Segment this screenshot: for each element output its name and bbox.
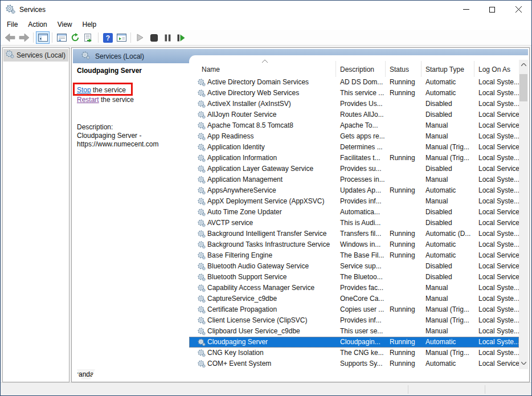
service-gear-icon bbox=[198, 349, 206, 357]
service-gear-icon bbox=[198, 295, 206, 303]
cell-description: This user se... bbox=[336, 326, 386, 337]
service-gear-icon bbox=[198, 176, 206, 184]
cell-description: Facilitates t... bbox=[336, 153, 386, 164]
cell-status: Running bbox=[386, 239, 421, 250]
table-row[interactable]: Capability Access Manager ServiceProvide… bbox=[189, 283, 519, 293]
table-row[interactable]: AppsAnywhereServiceUpdates Ap...RunningA… bbox=[189, 185, 519, 196]
cell-startup-type: Manual bbox=[421, 196, 474, 207]
minimize-button[interactable] bbox=[453, 1, 479, 18]
table-row[interactable]: Active Directory Web ServicesThis servic… bbox=[189, 88, 519, 99]
table-row[interactable]: CaptureService_c9dbeOneCore Ca...ManualL… bbox=[189, 293, 519, 304]
table-row[interactable]: Certificate PropagationCopies user ...Ru… bbox=[189, 304, 519, 315]
help-button[interactable]: ? bbox=[101, 31, 114, 44]
table-row[interactable]: Clipboard User Service_c9dbeThis user se… bbox=[189, 326, 519, 337]
cell-status bbox=[386, 261, 421, 272]
description-line: Cloudpaging Server - bbox=[77, 132, 158, 140]
cell-name: Client License Service (ClipSVC) bbox=[189, 315, 336, 326]
description-label: Description: bbox=[77, 123, 158, 132]
table-row[interactable]: Application ManagementProcesses in...Man… bbox=[189, 174, 519, 185]
svg-text:?: ? bbox=[105, 34, 109, 42]
table-row[interactable]: App ReadinessGets apps re...ManualLocal … bbox=[189, 131, 519, 142]
menu-file[interactable]: File bbox=[2, 19, 23, 30]
cell-description: AD DS Dom... bbox=[336, 77, 386, 88]
cell-name: Apache Tomcat 8.5 Tomcat8 bbox=[189, 120, 336, 131]
scroll-down-button[interactable] bbox=[519, 358, 528, 368]
cell-name: Application Identity bbox=[189, 142, 336, 153]
table-row[interactable]: AVCTP serviceThis is Audi...DisabledLoca… bbox=[189, 218, 519, 228]
column-header-log-on-as[interactable]: Log On As bbox=[474, 61, 519, 77]
forward-button[interactable] bbox=[17, 31, 31, 44]
restart-service-link[interactable]: Restart bbox=[77, 96, 99, 104]
cell-name: Bluetooth Audio Gateway Service bbox=[189, 261, 336, 272]
cell-name: Application Layer Gateway Service bbox=[189, 164, 336, 174]
table-row[interactable]: Apache Tomcat 8.5 Tomcat8Apache To...Man… bbox=[189, 120, 519, 131]
console-tree-icon bbox=[38, 34, 48, 42]
tree-item-services-local[interactable]: Services (Local) bbox=[3, 49, 68, 62]
close-button[interactable] bbox=[505, 1, 531, 18]
scrollbar-thumb[interactable] bbox=[519, 74, 527, 101]
menu-view[interactable]: View bbox=[52, 19, 77, 30]
cell-log-on-as: Local Syste... bbox=[474, 131, 519, 142]
service-gear-icon bbox=[198, 338, 206, 346]
refresh-button[interactable] bbox=[68, 31, 82, 44]
column-header-startup-type[interactable]: Startup Type bbox=[421, 61, 474, 77]
pause-service-button[interactable] bbox=[161, 31, 174, 44]
back-arrow-icon bbox=[5, 34, 15, 42]
console-tree-panel: Services (Local) bbox=[2, 47, 69, 382]
table-row[interactable]: Auto Time Zone UpdaterAutomatica...Disab… bbox=[189, 207, 519, 218]
menu-help[interactable]: Help bbox=[77, 19, 102, 30]
back-button[interactable] bbox=[3, 31, 17, 44]
table-row[interactable]: CNG Key IsolationThe CNG ke...RunningMan… bbox=[189, 348, 519, 358]
show-console-tree-button[interactable] bbox=[36, 31, 50, 44]
table-row[interactable]: AllJoyn Router ServiceRoutes AllJo...Dis… bbox=[189, 109, 519, 120]
table-row[interactable]: Bluetooth Support ServiceThe Bluetoo...D… bbox=[189, 272, 519, 283]
cell-name: Certificate Propagation bbox=[189, 304, 336, 315]
close-icon bbox=[515, 6, 522, 13]
start-service-button[interactable] bbox=[133, 31, 147, 44]
table-row[interactable]: Application IdentityDetermines ...Manual… bbox=[189, 142, 519, 153]
cell-startup-type: Automatic bbox=[421, 337, 474, 348]
cell-description: Apache To... bbox=[336, 120, 386, 131]
cell-status: Running bbox=[386, 304, 421, 315]
service-gear-icon bbox=[198, 79, 206, 87]
restart-service-button[interactable] bbox=[174, 31, 188, 44]
cell-log-on-as: Local Service bbox=[474, 250, 519, 261]
table-row[interactable]: Background Intelligent Transfer ServiceT… bbox=[189, 228, 519, 239]
export-list-button[interactable] bbox=[82, 31, 96, 44]
maximize-button[interactable] bbox=[479, 1, 505, 18]
cell-log-on-as: Local Syste... bbox=[474, 88, 519, 99]
table-row[interactable]: Base Filtering EngineThe Base Fil...Runn… bbox=[189, 250, 519, 261]
stop-service-button[interactable] bbox=[147, 31, 161, 44]
table-row[interactable]: Active Directory Domain ServicesAD DS Do… bbox=[189, 77, 519, 88]
cell-log-on-as: Local Syste... bbox=[474, 326, 519, 337]
table-row[interactable]: COM+ Event SystemSupports Sy...RunningAu… bbox=[189, 358, 519, 369]
table-row[interactable]: Application InformationFacilitates t...R… bbox=[189, 153, 519, 164]
table-row[interactable]: Background Tasks Infrastructure ServiceW… bbox=[189, 239, 519, 250]
service-gear-icon bbox=[198, 209, 206, 217]
column-header-name[interactable]: Name bbox=[189, 61, 336, 77]
table-row[interactable]: Application Layer Gateway ServiceProvide… bbox=[189, 164, 519, 174]
vertical-scrollbar[interactable] bbox=[519, 60, 528, 369]
cell-status: Running bbox=[386, 358, 421, 369]
cell-description: Updates Ap... bbox=[336, 185, 386, 196]
column-header-status[interactable]: Status bbox=[386, 61, 421, 77]
table-row-selected[interactable]: Cloudpaging ServerCloudpagin...RunningAu… bbox=[189, 337, 519, 348]
table-row[interactable]: AppX Deployment Service (AppXSVC)Provide… bbox=[189, 196, 519, 207]
scroll-up-button[interactable] bbox=[519, 60, 528, 70]
cell-name: Bluetooth Support Service bbox=[189, 272, 336, 283]
cell-log-on-as: Local Service bbox=[474, 358, 519, 369]
cell-name: Cloudpaging Server bbox=[189, 337, 336, 348]
table-row[interactable]: Bluetooth Audio Gateway ServiceService s… bbox=[189, 261, 519, 272]
export-list-icon bbox=[84, 34, 94, 42]
cell-startup-type: Manual bbox=[421, 120, 474, 131]
service-gear-icon bbox=[198, 198, 206, 206]
cell-status bbox=[386, 218, 421, 228]
cell-name: Application Information bbox=[189, 153, 336, 164]
table-row[interactable]: ActiveX Installer (AxInstSV)Provides Us.… bbox=[189, 99, 519, 109]
column-header-description[interactable]: Description bbox=[336, 61, 386, 77]
table-row[interactable]: Client License Service (ClipSVC)Provides… bbox=[189, 315, 519, 326]
show-action-pane-button[interactable] bbox=[114, 31, 128, 44]
properties-button[interactable] bbox=[55, 31, 68, 44]
menu-action[interactable]: Action bbox=[23, 19, 52, 30]
stop-service-link[interactable]: Stop bbox=[77, 86, 91, 94]
